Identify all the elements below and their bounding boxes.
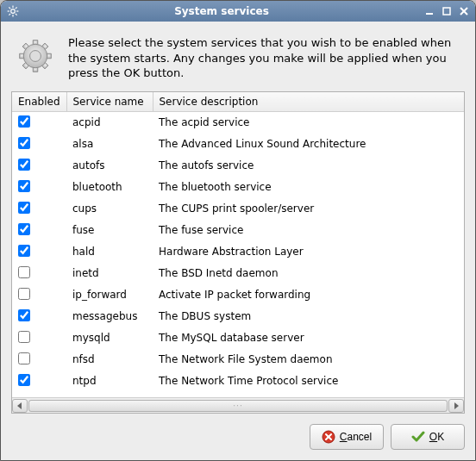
cell-service-name: autofs xyxy=(66,155,153,177)
service-enabled-checkbox[interactable] xyxy=(18,352,30,364)
horizontal-scrollbar[interactable]: ··· xyxy=(12,397,464,413)
window-title: System services xyxy=(22,5,422,17)
service-enabled-checkbox[interactable] xyxy=(18,223,30,235)
service-enabled-checkbox[interactable] xyxy=(18,309,30,321)
cell-service-desc: The Network Time Protocol service xyxy=(153,371,464,392)
table-row[interactable]: fuseThe fuse service xyxy=(12,220,464,241)
service-enabled-checkbox[interactable] xyxy=(18,137,30,149)
svg-marker-15 xyxy=(17,402,22,409)
cell-enabled xyxy=(12,349,66,371)
gear-icon xyxy=(15,35,56,77)
cell-service-desc: The bluetooth service xyxy=(153,177,464,198)
cell-service-desc: Activate IP packet forwarding xyxy=(153,284,464,306)
cell-service-desc: Hardware Abstraction Layer xyxy=(153,241,464,263)
services-table: Enabled Service name Service description… xyxy=(12,92,464,392)
button-row: Cancel OK xyxy=(11,422,465,450)
table-row[interactable]: alsaThe Advanced Linux Sound Architectur… xyxy=(12,134,464,155)
cell-service-name: messagebus xyxy=(66,306,153,327)
svg-rect-10 xyxy=(443,8,450,15)
cell-enabled xyxy=(12,134,66,155)
cell-enabled xyxy=(12,327,66,349)
cell-service-desc: The CUPS print spooler/server xyxy=(153,198,464,220)
service-enabled-checkbox[interactable] xyxy=(18,266,30,278)
dialog-content: Please select the system services that y… xyxy=(1,22,475,460)
table-row[interactable]: bluetoothThe bluetooth service xyxy=(12,177,464,198)
cell-service-desc: The DBUS system xyxy=(153,306,464,327)
service-enabled-checkbox[interactable] xyxy=(18,180,30,192)
svg-line-8 xyxy=(16,7,17,9)
cancel-icon xyxy=(322,430,335,444)
cell-enabled xyxy=(12,155,66,177)
svg-marker-16 xyxy=(454,402,459,409)
table-row[interactable]: ip_forwardActivate IP packet forwarding xyxy=(12,284,464,306)
table-row[interactable]: haldHardware Abstraction Layer xyxy=(12,241,464,263)
scrollbar-track[interactable]: ··· xyxy=(28,400,448,412)
ok-icon xyxy=(411,430,425,444)
cell-enabled xyxy=(12,198,66,220)
service-enabled-checkbox[interactable] xyxy=(18,245,30,257)
cell-service-name: bluetooth xyxy=(66,177,153,198)
cell-service-desc: The Network File System daemon xyxy=(153,349,464,371)
service-enabled-checkbox[interactable] xyxy=(18,331,30,343)
close-button[interactable] xyxy=(456,4,472,18)
app-icon xyxy=(4,5,22,17)
cell-enabled xyxy=(12,241,66,263)
maximize-button[interactable] xyxy=(439,4,454,18)
scroll-right-button[interactable] xyxy=(448,399,464,413)
cell-service-name: ntpd xyxy=(66,371,153,392)
table-row[interactable]: messagebusThe DBUS system xyxy=(12,306,464,327)
column-header-enabled[interactable]: Enabled xyxy=(12,92,66,112)
cell-enabled xyxy=(12,111,66,134)
services-table-scroll[interactable]: Enabled Service name Service description… xyxy=(12,92,464,397)
table-row[interactable]: cupsThe CUPS print spooler/server xyxy=(12,198,464,220)
table-row[interactable]: acpidThe acpid service xyxy=(12,111,464,134)
services-table-frame: Enabled Service name Service description… xyxy=(11,91,465,414)
svg-line-6 xyxy=(16,14,17,16)
service-enabled-checkbox[interactable] xyxy=(18,202,30,214)
cell-service-name: ip_forward xyxy=(66,284,153,306)
table-row[interactable]: mysqldThe MySQL database server xyxy=(12,327,464,349)
cell-enabled xyxy=(12,284,66,306)
cell-enabled xyxy=(12,177,66,198)
service-enabled-checkbox[interactable] xyxy=(18,288,30,300)
svg-line-5 xyxy=(9,7,10,9)
column-header-name[interactable]: Service name xyxy=(66,92,153,112)
cell-enabled xyxy=(12,371,66,392)
cell-service-name: inetd xyxy=(66,263,153,284)
cell-service-desc: The Advanced Linux Sound Architecture xyxy=(153,134,464,155)
cell-enabled xyxy=(12,306,66,327)
cell-service-desc: The MySQL database server xyxy=(153,327,464,349)
cell-service-name: acpid xyxy=(66,111,153,134)
cell-service-name: alsa xyxy=(66,134,153,155)
cancel-button[interactable]: Cancel xyxy=(310,424,384,450)
minimize-button[interactable] xyxy=(422,4,437,18)
service-enabled-checkbox[interactable] xyxy=(18,374,30,386)
cell-service-name: mysqld xyxy=(66,327,153,349)
cell-service-desc: The acpid service xyxy=(153,111,464,134)
service-enabled-checkbox[interactable] xyxy=(18,159,30,171)
cell-service-name: fuse xyxy=(66,220,153,241)
cancel-label: Cancel xyxy=(340,431,372,443)
table-row[interactable]: nfsdThe Network File System daemon xyxy=(12,349,464,371)
table-row[interactable]: inetdThe BSD Inetd daemon xyxy=(12,263,464,284)
svg-line-7 xyxy=(9,14,10,16)
svg-point-14 xyxy=(30,51,41,62)
cell-enabled xyxy=(12,263,66,284)
system-services-dialog: System services xyxy=(0,0,476,461)
svg-point-0 xyxy=(11,9,16,14)
column-header-desc[interactable]: Service description xyxy=(153,92,464,112)
cell-enabled xyxy=(12,220,66,241)
table-row[interactable]: ntpdThe Network Time Protocol service xyxy=(12,371,464,392)
cell-service-name: hald xyxy=(66,241,153,263)
cell-service-name: cups xyxy=(66,198,153,220)
titlebar[interactable]: System services xyxy=(1,1,475,22)
cell-service-desc: The fuse service xyxy=(153,220,464,241)
cell-service-desc: The autofs service xyxy=(153,155,464,177)
ok-button[interactable]: OK xyxy=(391,424,465,450)
cell-service-desc: The BSD Inetd daemon xyxy=(153,263,464,284)
intro-text: Please select the system services that y… xyxy=(68,35,461,81)
table-row[interactable]: autofsThe autofs service xyxy=(12,155,464,177)
scroll-left-button[interactable] xyxy=(12,399,28,413)
ok-label: OK xyxy=(429,431,444,443)
service-enabled-checkbox[interactable] xyxy=(18,115,30,128)
